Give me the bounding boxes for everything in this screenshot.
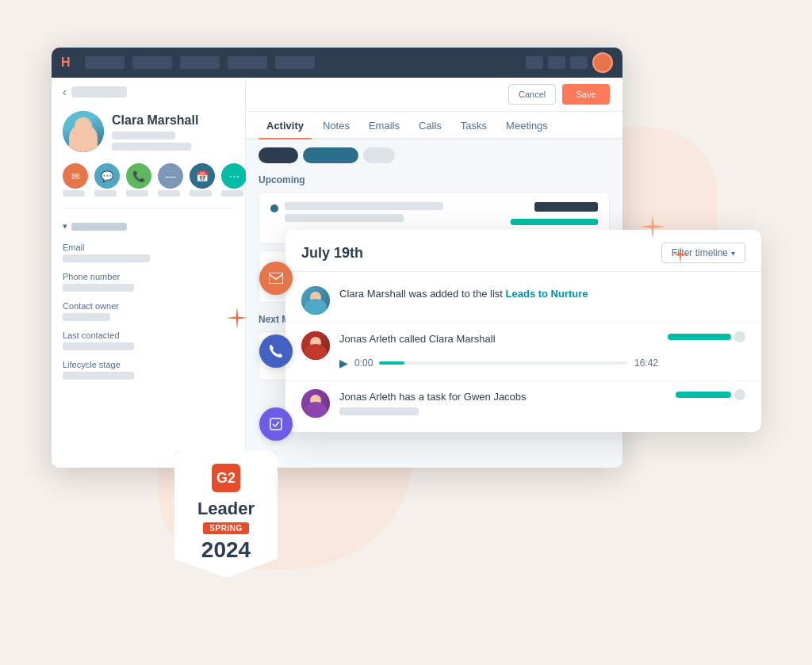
filter-chevron-icon: ▾ xyxy=(731,249,735,258)
cancel-button[interactable]: Cancel xyxy=(508,84,556,105)
nav-icon-help[interactable] xyxy=(548,56,565,69)
owner-value[interactable] xyxy=(63,313,110,321)
video-action-icon[interactable]: — xyxy=(158,163,183,189)
audio-progress-fill xyxy=(379,361,404,365)
phone-value[interactable] xyxy=(63,284,134,292)
contact-title xyxy=(112,143,191,151)
filter-chips-row xyxy=(246,139,622,170)
chat-action-icon[interactable]: 💬 xyxy=(94,163,120,189)
property-phone: Phone number xyxy=(52,267,245,296)
card-line-1 xyxy=(285,202,443,210)
property-lifecycle: Lifecycle stage xyxy=(52,355,245,384)
filter-chip-activity[interactable] xyxy=(303,147,358,163)
back-navigation[interactable]: ‹ xyxy=(52,78,245,103)
play-button[interactable]: ▶ xyxy=(339,357,348,369)
timeline-avatar-clara xyxy=(301,286,330,315)
more-action-label xyxy=(221,190,243,197)
timeline-right-inner xyxy=(668,331,745,342)
tab-notes[interactable]: Notes xyxy=(315,112,358,139)
contact-header: Clara Marshall xyxy=(52,103,245,163)
nav-item-2[interactable] xyxy=(132,56,172,69)
video-action-label xyxy=(158,190,180,197)
contact-name-section: Clara Marshall xyxy=(112,113,234,151)
last-contacted-value[interactable] xyxy=(63,342,134,350)
timeline-panel: July 19th Filter timeline ▾ Clara Marsha… xyxy=(285,230,761,432)
card-dot-blue xyxy=(270,204,278,212)
filter-chip-notes[interactable] xyxy=(363,147,395,163)
audio-player: ▶ 0:00 16:42 xyxy=(339,354,658,373)
audio-current-time: 0:00 xyxy=(354,357,373,369)
timeline-right-3 xyxy=(676,389,745,400)
g2-logo: G2 xyxy=(212,464,240,492)
nav-icon-search[interactable] xyxy=(526,56,543,69)
timeline-panel-header: July 19th Filter timeline ▾ xyxy=(285,230,761,272)
task-bar-dot xyxy=(734,389,745,400)
contact-name: Clara Marshall xyxy=(112,113,234,128)
timeline-text-1: Clara Marshall was added to the list Lea… xyxy=(339,286,745,302)
call-bar xyxy=(668,334,731,340)
back-label xyxy=(71,86,127,97)
timeline-meta-3 xyxy=(339,407,419,415)
sparkle-icon-2 xyxy=(672,246,689,266)
call-bar-dot xyxy=(734,331,745,342)
g2-leader-text: Leader xyxy=(197,499,255,519)
nav-item-4[interactable] xyxy=(228,56,267,69)
audio-progress-bar[interactable] xyxy=(379,361,628,365)
tab-activity[interactable]: Activity xyxy=(259,112,312,139)
nav-item-1[interactable] xyxy=(85,56,124,69)
svg-rect-0 xyxy=(269,273,283,284)
owner-label: Contact owner xyxy=(63,301,234,311)
g2-badge: G2 Leader SPRING 2024 xyxy=(174,451,278,578)
navbar: H xyxy=(52,48,622,78)
nav-item-3[interactable] xyxy=(180,56,220,69)
timeline-floaters xyxy=(259,262,293,480)
save-button[interactable]: Save xyxy=(562,84,610,105)
properties-toggle[interactable]: ▾ xyxy=(52,218,245,238)
tab-meetings[interactable]: Meetings xyxy=(498,112,556,139)
email-label: Email xyxy=(63,243,234,252)
nav-icons-group xyxy=(526,52,613,73)
sidebar-divider xyxy=(63,208,234,208)
float-icon-email xyxy=(259,262,293,295)
filter-chip-all[interactable] xyxy=(259,147,298,163)
g2-season-text: SPRING xyxy=(203,522,248,534)
email-action-icon[interactable]: ✉ xyxy=(63,163,88,189)
call-action-icon[interactable]: 📞 xyxy=(126,163,151,189)
card-right-line-1 xyxy=(534,202,598,212)
lifecycle-value[interactable] xyxy=(63,372,134,380)
timeline-text-prefix-1: Clara Marshall was added to the list xyxy=(339,288,506,300)
contact-sidebar: ‹ Clara Marshall xyxy=(52,78,246,468)
calendar-action-icon[interactable]: 📅 xyxy=(190,163,215,189)
main-subheader: Cancel Save xyxy=(246,78,622,112)
timeline-text-2: Jonas Arleth called Clara Marshall xyxy=(339,331,658,347)
float-icon-phone xyxy=(259,334,293,368)
last-contacted-label: Last contacted xyxy=(63,331,234,340)
timeline-content-2: Jonas Arleth called Clara Marshall ▶ 0:0… xyxy=(339,331,658,373)
nav-icon-notifications[interactable] xyxy=(570,56,588,69)
task-bar xyxy=(676,392,731,398)
email-action-label xyxy=(63,190,85,197)
properties-section-label xyxy=(71,223,127,231)
timeline-right-2 xyxy=(668,331,745,342)
toggle-arrow-icon: ▾ xyxy=(63,221,67,231)
avatar-face xyxy=(69,124,98,152)
timeline-items-list: Clara Marshall was added to the list Lea… xyxy=(285,272,761,432)
contact-avatar xyxy=(63,111,104,152)
tab-calls[interactable]: Calls xyxy=(411,112,450,139)
timeline-right-inner-3 xyxy=(676,389,745,400)
email-value[interactable] xyxy=(63,254,150,262)
timeline-item-2: Jonas Arleth called Clara Marshall ▶ 0:0… xyxy=(285,323,761,381)
user-avatar[interactable] xyxy=(592,52,613,73)
tab-emails[interactable]: Emails xyxy=(361,112,408,139)
back-arrow-icon: ‹ xyxy=(63,86,67,98)
card-content-1 xyxy=(285,202,504,226)
call-action-label xyxy=(126,190,148,197)
more-action-icon[interactable]: ⋯ xyxy=(221,163,247,189)
contact-company xyxy=(112,132,175,139)
nav-item-5[interactable] xyxy=(275,56,315,69)
timeline-link-leads[interactable]: Leads to Nurture xyxy=(506,288,588,300)
timeline-item-1: Clara Marshall was added to the list Lea… xyxy=(285,278,761,323)
tab-tasks[interactable]: Tasks xyxy=(453,112,495,139)
property-last-contacted: Last contacted xyxy=(52,326,245,355)
card-right-line-2 xyxy=(511,219,598,225)
